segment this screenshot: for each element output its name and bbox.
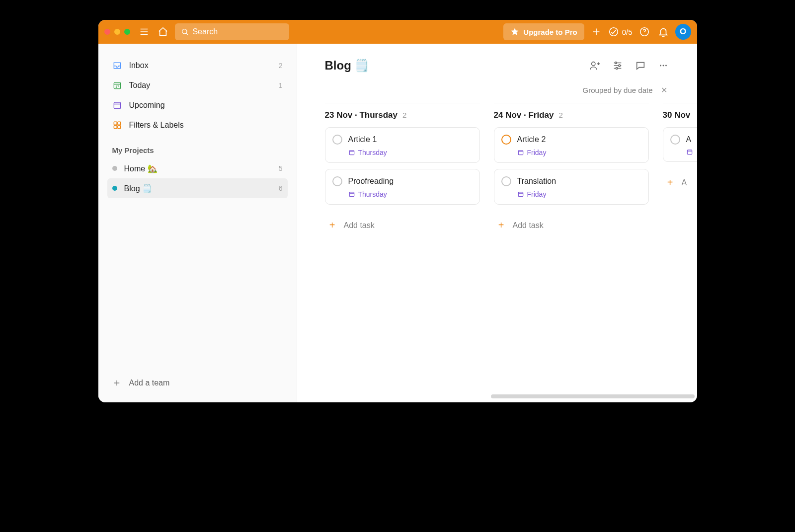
window-minimize[interactable] <box>114 29 120 35</box>
sidebar-item-upcoming[interactable]: Upcoming <box>107 95 288 115</box>
add-task-button[interactable]: + Add task <box>494 211 649 240</box>
svg-point-1 <box>609 28 618 36</box>
more-button[interactable] <box>657 60 669 72</box>
task-card[interactable]: A <box>663 127 697 162</box>
project-count: 5 <box>279 164 283 172</box>
filters-icon <box>112 120 122 130</box>
task-checkbox[interactable] <box>501 176 511 186</box>
notifications-button[interactable] <box>656 25 670 39</box>
productivity-button[interactable]: 0/5 <box>608 26 633 37</box>
inbox-icon <box>112 61 122 71</box>
svg-rect-19 <box>518 151 523 155</box>
plus-icon: + <box>496 220 507 231</box>
page-title: Blog 🗒️ <box>325 59 370 73</box>
task-title: Proofreading <box>348 177 394 186</box>
quick-add-button[interactable] <box>589 25 603 39</box>
avatar[interactable]: O <box>675 24 691 40</box>
star-icon <box>510 27 519 36</box>
main-actions <box>589 60 669 72</box>
board-column: 30 Nov A + <box>663 103 697 240</box>
upgrade-label: Upgrade to Pro <box>523 28 577 36</box>
svg-rect-9 <box>117 126 120 129</box>
svg-rect-21 <box>687 150 692 154</box>
app-body: Inbox 2 17 Today 1 Upcoming <box>98 44 697 402</box>
productivity-count: 0/5 <box>622 28 633 36</box>
add-task-button[interactable]: + Add task <box>325 211 480 240</box>
task-card[interactable]: Proofreading Thursday <box>325 169 480 205</box>
grouping-label[interactable]: Grouped by due date <box>583 86 653 94</box>
task-due-label: Thursday <box>358 190 387 198</box>
grouping-close[interactable]: ✕ <box>661 85 667 95</box>
task-checkbox[interactable] <box>501 135 511 145</box>
plus-icon: + <box>665 177 676 188</box>
main: Blog 🗒️ Grouped by <box>297 44 697 402</box>
task-card[interactable]: Article 2 Friday <box>494 127 649 163</box>
column-header[interactable]: 23 Nov · Thursday 2 <box>325 103 480 120</box>
window-close[interactable] <box>104 29 110 35</box>
sidebar-item-inbox[interactable]: Inbox 2 <box>107 56 288 76</box>
view-options-button[interactable] <box>612 60 624 72</box>
horizontal-scrollbar[interactable] <box>491 394 695 398</box>
sidebar-item-label: Today <box>129 81 151 90</box>
sidebar: Inbox 2 17 Today 1 Upcoming <box>98 44 297 402</box>
add-team-button[interactable]: Add a team <box>98 374 297 396</box>
add-team-label: Add a team <box>129 379 170 387</box>
board-columns: 23 Nov · Thursday 2 Article 1 Thursday <box>297 103 697 252</box>
project-color-dot <box>112 186 117 191</box>
task-card[interactable]: Translation Friday <box>494 169 649 205</box>
column-date: 30 Nov <box>663 110 691 120</box>
board-scroll[interactable]: 23 Nov · Thursday 2 Article 1 Thursday <box>297 103 697 394</box>
add-task-button[interactable]: + A <box>663 168 697 197</box>
task-due <box>670 149 697 155</box>
sidebar-item-label: Filters & Labels <box>129 121 184 130</box>
svg-point-11 <box>615 62 617 64</box>
calendar-icon <box>348 149 355 156</box>
task-due: Friday <box>501 190 640 198</box>
sidebar-item-filters[interactable]: Filters & Labels <box>107 115 288 135</box>
add-task-label: Add task <box>513 221 544 230</box>
column-count: 2 <box>558 111 562 119</box>
nav-list: Inbox 2 17 Today 1 Upcoming <box>98 56 297 135</box>
menu-toggle[interactable] <box>137 25 151 39</box>
svg-point-0 <box>182 29 186 34</box>
task-checkbox[interactable] <box>670 135 680 145</box>
svg-rect-7 <box>117 122 120 125</box>
svg-rect-6 <box>114 122 117 125</box>
share-button[interactable] <box>589 60 601 72</box>
upgrade-button[interactable]: Upgrade to Pro <box>503 23 584 40</box>
sidebar-item-label: Upcoming <box>129 101 165 110</box>
plus-icon <box>112 379 121 387</box>
projects-header[interactable]: My Projects <box>98 135 297 158</box>
task-due: Thursday <box>332 190 472 198</box>
column-header[interactable]: 30 Nov <box>663 103 697 120</box>
svg-point-12 <box>618 65 620 67</box>
task-title: A <box>686 135 692 144</box>
calendar-icon <box>517 149 524 156</box>
column-header[interactable]: 24 Nov · Friday 2 <box>494 103 649 120</box>
project-label: Home 🏡 <box>124 164 158 173</box>
svg-rect-20 <box>518 192 523 197</box>
sidebar-item-today[interactable]: 17 Today 1 <box>107 76 288 95</box>
help-button[interactable] <box>637 25 651 39</box>
sidebar-item-count: 2 <box>279 62 283 70</box>
project-item-blog[interactable]: Blog 🗒️ 6 <box>107 178 288 198</box>
task-due-label: Friday <box>527 190 547 198</box>
task-checkbox[interactable] <box>332 176 342 186</box>
task-card[interactable]: Article 1 Thursday <box>325 127 480 163</box>
svg-rect-17 <box>349 151 354 155</box>
search-input[interactable] <box>192 27 283 36</box>
task-checkbox[interactable] <box>332 135 342 145</box>
project-item-home[interactable]: Home 🏡 5 <box>107 158 288 178</box>
avatar-initial: O <box>680 27 686 37</box>
svg-text:17: 17 <box>115 85 119 88</box>
svg-point-14 <box>660 65 661 67</box>
search-box[interactable] <box>175 23 289 40</box>
add-task-label: A <box>682 178 687 187</box>
upcoming-icon <box>112 100 122 110</box>
sidebar-item-count: 1 <box>279 81 283 89</box>
window-zoom[interactable] <box>124 29 130 35</box>
home-button[interactable] <box>156 25 170 39</box>
search-icon <box>181 27 189 36</box>
column-date: 24 Nov · Friday <box>494 110 554 120</box>
comments-button[interactable] <box>635 60 646 72</box>
